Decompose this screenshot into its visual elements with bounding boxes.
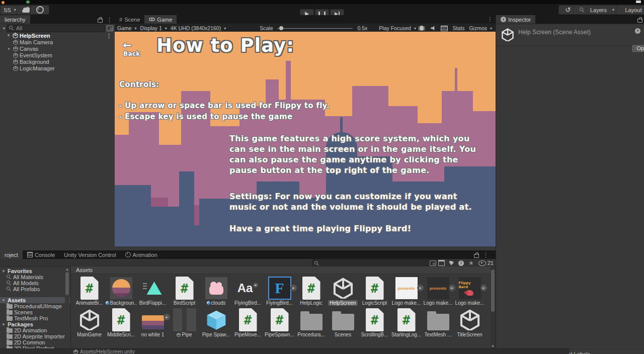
expand-subassets-icon[interactable]: ▸ [253,283,258,288]
asset-item[interactable]: # ScrollingB... [359,308,390,337]
expander-icon[interactable]: ▼ [1,298,6,303]
layout-dropdown[interactable]: Layout [616,5,644,15]
scrollbar-thumb[interactable] [65,272,69,295]
focus-mode-dropdown[interactable]: Play Focused ▾ [379,25,416,31]
asset-item[interactable]: # LogicScript [359,276,390,306]
scrollbar-thumb[interactable] [491,270,495,312]
hierarchy-item-canvas[interactable]: ▸ Canvas [0,45,115,52]
asset-item[interactable]: clouds [200,276,232,306]
tab-unity-version-control[interactable]: Unity Version Control [59,250,120,259]
lock-icon[interactable] [98,19,103,23]
kebab-menu-icon[interactable]: ⋮ [107,17,112,22]
kebab-menu-icon[interactable]: ⋮ [487,15,496,24]
favorites-header[interactable]: ▼ Favorites [0,268,70,274]
tab-console[interactable]: Console [23,250,59,259]
expand-subassets-icon[interactable]: ▸ [480,285,487,291]
expander-icon[interactable]: ▸ [7,46,12,51]
asset-item[interactable]: Flippy Bard ▸ Logo make... [454,276,486,306]
asset-item[interactable]: TextMesh ... [422,308,454,337]
asset-item[interactable]: # StartingLog... [390,308,422,337]
packages-header[interactable]: ▼ Packages [0,321,70,327]
tree-item-proceduraluiimage[interactable]: ProceduralUIImage [0,303,70,309]
open-scene-button[interactable]: Open [631,44,644,53]
asset-item[interactable]: TitleScreen [454,308,486,337]
lock-icon[interactable] [474,254,479,258]
asset-item[interactable]: # PipeMove... [232,308,264,337]
mute-audio-icon[interactable] [431,26,436,31]
expander-icon[interactable]: ▼ [1,269,6,274]
favorites-star-icon[interactable]: ★ [468,259,474,267]
asset-item[interactable]: Pipe [169,308,200,337]
gizmos-dropdown[interactable]: Gizmos ▾ [469,25,492,31]
tree-item-textmesh-pro[interactable]: TextMesh Pro [0,315,70,321]
resolution-dropdown[interactable]: 4K UHD (3840x2160) ▾ [171,25,226,31]
stats-toggle[interactable]: Stats [452,25,464,31]
lock-icon[interactable] [637,19,642,23]
asset-item[interactable]: Aa▸ FlyingBird... [232,276,264,306]
asset-item[interactable]: # AnimateBi... [73,276,105,306]
tab-inspector[interactable]: i Inspector [496,15,535,24]
kebab-menu-icon[interactable]: ⋮ [106,33,115,38]
tree-item-all-prefabs[interactable]: All Prefabs [0,286,70,292]
bug-icon[interactable] [420,26,424,31]
scale-slider-knob[interactable] [279,26,283,30]
display-dropdown[interactable]: Display 1 ▾ [140,25,167,31]
tab-hierarchy[interactable]: lierarchy [0,15,30,24]
scroll-up-icon[interactable]: ▲ [65,268,69,271]
hierarchy-item-background[interactable]: Background [0,58,115,65]
tree-scrollbar[interactable]: ▲ [65,268,69,347]
asset-item[interactable]: BirdFlappi... [137,276,169,306]
tab-scene[interactable]: # Scene [115,15,144,24]
hierarchy-item-main-camera[interactable]: Main Camera [0,39,115,45]
asset-item[interactable]: # BirdScript [169,276,200,306]
hierarchy-root-helpscreen[interactable]: ▼ HelpScreen ⋮ [0,32,115,39]
hierarchy-search-input[interactable]: All [7,25,105,32]
scroll-down-icon[interactable]: ▼ [491,344,495,348]
kebab-menu-icon[interactable]: ⋮ [483,252,489,257]
grid-scrollbar[interactable]: ▼ [491,267,496,348]
label-tag-icon[interactable] [449,261,454,266]
tree-item-2d-common[interactable]: 2D Common [0,339,70,345]
tab-project[interactable]: roject [0,250,23,259]
layers-dropdown[interactable]: Layers ▾ [587,5,618,15]
expander-icon[interactable]: ▼ [6,33,11,38]
expander-icon[interactable]: ▼ [1,322,6,327]
back-button[interactable]: Back [123,50,140,57]
asset-grid-header[interactable]: Assets [71,267,496,274]
services-button[interactable] [30,5,49,15]
asset-item-selected[interactable]: HelpScreen [327,276,359,306]
asset-item[interactable]: Pipe Spaw... [200,308,232,337]
asset-item[interactable]: Procedura... [295,308,327,337]
search-filter-chevron-icon[interactable]: ▾ [3,26,5,31]
help-icon[interactable]: ? [635,28,640,34]
vsync-grid-icon[interactable] [441,26,448,31]
asset-item[interactable]: # HelpLogic [295,276,327,306]
project-search-input[interactable] [312,259,439,267]
packages-visibility-icon[interactable] [438,260,445,266]
hierarchy-item-logicmanager[interactable]: LogicManager [0,65,115,71]
tree-item-2d-aseprite-importer[interactable]: 2D Aseprite Importer [0,333,70,339]
tree-item-all-models[interactable]: All Models [0,280,70,286]
tab-animation[interactable]: Animation [121,250,162,259]
asset-item[interactable]: ▸ no white 1 [137,308,169,337]
visibility-toggle[interactable]: 21 [478,260,494,266]
importance-icon[interactable]: ! [458,260,464,266]
asset-item[interactable]: MainGame [73,308,105,337]
tree-item-2d-animation[interactable]: 2D Animation [0,327,70,333]
tree-item-assets[interactable]: ▼ Assets [0,297,70,303]
asset-item[interactable]: presents ▸ Logo make... [390,276,422,306]
asset-item[interactable]: presents ▸ Logo make... [422,276,454,306]
display-target-dropdown[interactable]: Game ▾ [117,25,137,31]
asset-item-selected[interactable]: F ▸ FlyingBird... [264,276,295,306]
asset-item[interactable]: Backgroun... [105,276,137,306]
tab-game[interactable]: Game [144,15,177,24]
search-window-icon[interactable] [430,260,436,266]
hierarchy-item-eventsystem[interactable]: EventSystem [0,52,115,58]
asset-item[interactable]: Scenes [327,308,359,337]
search-window-icon[interactable] [107,26,113,31]
back-arrow-icon[interactable]: ← [123,39,132,51]
tree-item-all-materials[interactable]: All Materials [0,274,70,280]
asset-item[interactable]: # MiddleScri... [105,308,137,337]
asset-item[interactable]: # PipeSpawn... [264,308,295,337]
tree-item-scenes[interactable]: Scenes [0,309,70,315]
